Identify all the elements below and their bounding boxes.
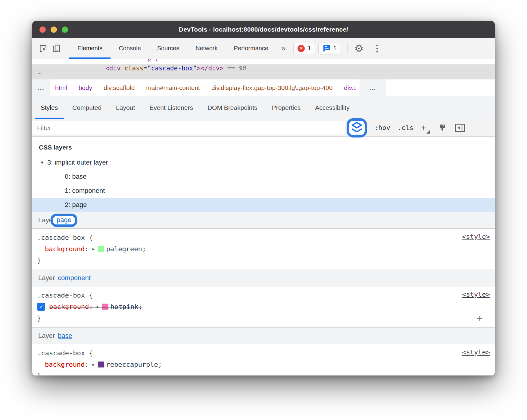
property-value[interactable]: rebeccapurple; (106, 361, 162, 368)
property-row-background[interactable]: background: ▶ palegreen; (32, 243, 495, 255)
layer-component-link[interactable]: component (58, 274, 91, 282)
property-value[interactable]: hotpink; (111, 303, 142, 310)
error-badge[interactable]: ✕ 1 (293, 43, 315, 54)
tab-event-listeners[interactable]: Event Listeners (142, 96, 200, 119)
color-swatch-hotpink[interactable] (102, 304, 108, 310)
expand-shorthand-icon[interactable]: ▶ (97, 304, 99, 309)
toggle-classes-button[interactable]: .cls (398, 124, 413, 131)
kebab-menu-icon[interactable]: ⋮ (370, 43, 385, 54)
message-icon (323, 44, 331, 52)
tab-sources[interactable]: Sources (149, 38, 187, 59)
dock-side-icon[interactable] (455, 124, 465, 132)
tab-network[interactable]: Network (187, 38, 226, 59)
layer-base-link[interactable]: base (58, 332, 72, 340)
breadcrumb-list: html body div.scaffold main#main-content… (50, 79, 360, 96)
selector-text: .cascade-box { (37, 349, 93, 357)
style-source-link[interactable]: <style> (462, 348, 490, 356)
dropdown-corner-icon (426, 130, 430, 134)
color-swatch-palegreen[interactable] (98, 246, 104, 252)
breadcrumb-overflow-right[interactable]: ... (360, 79, 386, 96)
layer-tree-item-page-selected[interactable]: 2: page (32, 198, 495, 212)
breadcrumb-item-scaffold[interactable]: div.scaffold (104, 84, 135, 91)
style-source-link[interactable]: <style> (462, 291, 490, 298)
tab-performance[interactable]: Performance (226, 38, 277, 59)
property-row-background-overridden[interactable]: background: ▶ rebeccapurple; (32, 359, 495, 370)
error-icon: ✕ (298, 45, 305, 52)
minimize-window-button[interactable] (51, 26, 57, 33)
breadcrumb-item-html[interactable]: html (55, 84, 67, 91)
zoom-window-button[interactable] (62, 26, 68, 33)
tab-dom-breakpoints[interactable]: DOM Breakpoints (200, 96, 265, 119)
layer-item-label: 0: base (65, 173, 86, 181)
layer-tree-root-label: 3: implicit outer layer (47, 159, 108, 166)
expand-shorthand-icon[interactable]: ▶ (92, 362, 95, 367)
breadcrumb-item-display-flex[interactable]: div.display-flex.gap-top-300.lg\:gap-top… (211, 84, 332, 91)
color-swatch-rebeccapurple[interactable] (98, 361, 104, 368)
property-enabled-checkbox[interactable]: ✓ (37, 303, 45, 311)
style-source-link[interactable]: <style> (462, 233, 490, 240)
rule-close-brace: } (32, 312, 495, 324)
new-style-rule-button[interactable]: + (421, 123, 430, 133)
screenshot-stage: DevTools - localhost:8080/docs/devtools/… (0, 0, 527, 420)
property-name[interactable]: background (45, 245, 85, 253)
layer-item-label: 2: page (65, 201, 87, 209)
layer-page-link[interactable]: page (57, 216, 71, 224)
css-layers-title: CSS layers (32, 141, 495, 155)
breadcrumb-item-selected[interactable]: div.c (344, 84, 358, 91)
tab-properties[interactable]: Properties (265, 96, 308, 119)
dom-selected-node-row[interactable]: … <div class="cascade-box"></div> == $0 (32, 64, 495, 79)
rule-selector[interactable]: .cascade-box { (32, 289, 495, 301)
close-window-button[interactable] (39, 26, 46, 33)
overridden-declaration: background: ▶ hotpink; (49, 303, 142, 310)
filter-input[interactable] (32, 121, 345, 134)
css-layers-toggle-icon[interactable] (349, 121, 365, 135)
layer-tree-item-component[interactable]: 1: component (32, 184, 495, 198)
layer-label: Layer (38, 274, 55, 282)
layer-tree-root[interactable]: ▼ 3: implicit outer layer (32, 155, 495, 169)
dom-tree-clipped-row: p , (32, 59, 495, 64)
css-layers-pane: CSS layers ▼ 3: implicit outer layer 0: … (32, 137, 495, 212)
rule-selector[interactable]: .cascade-box { (32, 232, 495, 243)
layer-item-label: 1: component (65, 187, 105, 195)
overridden-declaration: background: ▶ rebeccapurple; (45, 361, 162, 368)
inspect-element-icon[interactable] (36, 42, 50, 55)
settings-gear-icon[interactable]: ⚙ (351, 43, 367, 54)
close-brace-text: } (37, 257, 41, 264)
tab-accessibility[interactable]: Accessibility (308, 96, 357, 119)
tab-styles[interactable]: Styles (33, 96, 65, 119)
node-overflow-ellipsis[interactable]: … (38, 68, 50, 76)
tab-computed[interactable]: Computed (65, 96, 109, 119)
titlebar: DevTools - localhost:8080/docs/devtools/… (32, 21, 495, 38)
tab-console[interactable]: Console (111, 38, 149, 59)
layer-tree-item-base[interactable]: 0: base (32, 169, 495, 184)
tab-elements[interactable]: Elements (69, 38, 111, 59)
tab-layout[interactable]: Layout (109, 96, 142, 119)
add-declaration-button[interactable]: + (477, 313, 483, 324)
css-layers-callout-ring (347, 118, 367, 137)
rule-close-brace: } (32, 255, 495, 266)
clipped-node-fragment: p , (147, 59, 159, 62)
toolbar-divider-2 (348, 43, 348, 54)
device-toolbar-icon[interactable] (50, 42, 63, 55)
tree-expander-icon[interactable]: ▼ (37, 160, 47, 165)
property-name[interactable]: background (49, 303, 89, 310)
property-row-background-overridden[interactable]: ✓ background: ▶ hotpink; (32, 301, 495, 312)
colon: : (85, 245, 89, 253)
property-name[interactable]: background (45, 361, 85, 368)
breadcrumb: ... html body div.scaffold main#main-con… (32, 79, 495, 96)
plus-glyph: + (421, 123, 426, 133)
breadcrumb-overflow-left[interactable]: ... (32, 79, 50, 96)
issues-badge[interactable]: 1 (318, 42, 341, 54)
property-value[interactable]: palegreen; (106, 245, 146, 253)
breadcrumb-item-body[interactable]: body (79, 84, 92, 91)
layer-page-header: Layer page (32, 212, 495, 229)
styles-filter-bar: :hov .cls + (32, 119, 495, 137)
rule-page-cascade-box: <style> .cascade-box { background: ▶ pal… (32, 229, 495, 270)
layer-component-header: Layer component (32, 270, 495, 286)
paintbrush-icon[interactable] (438, 123, 447, 133)
breadcrumb-item-main-content[interactable]: main#main-content (146, 84, 200, 91)
toggle-hover-state-button[interactable]: :hov (374, 124, 390, 131)
rule-selector[interactable]: .cascade-box { (32, 347, 495, 359)
expand-shorthand-icon[interactable]: ▶ (92, 247, 95, 251)
more-tabs-icon[interactable]: » (276, 44, 290, 53)
